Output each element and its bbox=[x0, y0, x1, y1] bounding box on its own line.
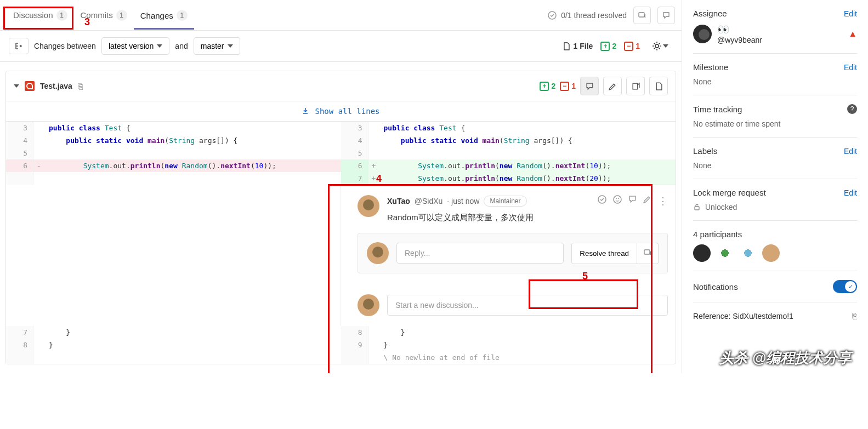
code-line bbox=[44, 172, 341, 185]
edit-milestone-button[interactable]: Edit bbox=[844, 63, 857, 72]
external-icon bbox=[632, 82, 640, 90]
file-additions: + 2 bbox=[540, 82, 555, 91]
resolve-thread-button[interactable]: Resolve thread bbox=[571, 243, 637, 264]
edit-file-button[interactable] bbox=[603, 77, 622, 95]
code-line: System.out.println(new Random().nextInt(… bbox=[379, 172, 676, 185]
annotation-number: 5 bbox=[582, 271, 588, 282]
file-header: Test.java ⎘ + 2 − 1 bbox=[6, 71, 676, 101]
discussion-thread: XuTao @SidXu · just now Maintainer bbox=[341, 185, 676, 283]
plus-icon: + bbox=[540, 82, 549, 91]
tab-label: Changes bbox=[140, 11, 173, 20]
collapse-icon[interactable] bbox=[14, 84, 19, 88]
time-tracking-value: No estimate or time spent bbox=[693, 119, 857, 128]
labels-title: Labels bbox=[693, 146, 717, 156]
comment-handle[interactable]: @SidXu bbox=[415, 197, 443, 205]
tab-label: Discussion bbox=[13, 10, 53, 20]
tab-count: 1 bbox=[116, 10, 127, 21]
file-name: Test.java bbox=[40, 82, 72, 90]
expand-threads-button[interactable] bbox=[633, 7, 651, 24]
participants-row bbox=[693, 244, 857, 262]
minus-icon: − bbox=[624, 42, 633, 51]
avatar[interactable] bbox=[358, 294, 379, 316]
watermark: 头杀 @编程技术分享 bbox=[719, 348, 852, 368]
expand-icon bbox=[302, 107, 309, 115]
edit-icon[interactable] bbox=[643, 195, 651, 207]
new-thread-icon bbox=[638, 12, 646, 19]
diff-settings-button[interactable] bbox=[648, 39, 673, 53]
annotation-number: 3 bbox=[84, 16, 90, 28]
edit-assignee-button[interactable]: Edit bbox=[844, 9, 857, 18]
file-diff-block: Test.java ⎘ + 2 − 1 bbox=[5, 71, 676, 364]
comment-icon bbox=[662, 12, 670, 19]
copy-reference-icon[interactable]: ⎘ bbox=[852, 311, 857, 321]
milestone-value: None bbox=[693, 77, 857, 86]
tab-commits[interactable]: Commits 1 bbox=[74, 1, 134, 30]
avatar[interactable] bbox=[358, 195, 379, 217]
role-badge: Maintainer bbox=[484, 196, 526, 207]
participant-avatar[interactable] bbox=[762, 244, 780, 262]
external-button[interactable] bbox=[626, 77, 645, 95]
comment-icon bbox=[586, 82, 594, 90]
target-select[interactable]: master bbox=[194, 37, 240, 55]
tab-changes[interactable]: Changes 1 bbox=[134, 1, 194, 30]
comment-author[interactable]: XuTao bbox=[387, 197, 410, 205]
version-select[interactable]: latest version bbox=[101, 37, 169, 55]
minus-icon: − bbox=[560, 82, 569, 91]
code-line: } bbox=[379, 326, 676, 339]
show-all-lines-button[interactable]: Show all lines bbox=[6, 101, 676, 122]
comment-time: · just now bbox=[447, 197, 479, 205]
more-icon[interactable]: ⋮ bbox=[658, 195, 668, 207]
code-line bbox=[379, 147, 676, 159]
new-discussion-input[interactable]: Start a new discussion... bbox=[387, 295, 668, 316]
java-file-icon bbox=[25, 81, 35, 91]
additions-count: + 2 bbox=[600, 42, 616, 51]
edit-lock-button[interactable]: Edit bbox=[844, 188, 857, 197]
comment-toggle-button[interactable] bbox=[580, 77, 599, 95]
assignee-handle[interactable]: @wyv9beanr bbox=[717, 36, 762, 44]
reply-input[interactable]: Reply... bbox=[396, 243, 564, 264]
participant-avatar[interactable] bbox=[739, 244, 757, 262]
copy-path-icon[interactable]: ⎘ bbox=[78, 82, 83, 91]
file-tree-toggle[interactable] bbox=[9, 38, 29, 54]
reply-icon[interactable] bbox=[628, 195, 637, 207]
plus-icon: + bbox=[600, 42, 610, 51]
view-file-button[interactable] bbox=[649, 77, 668, 95]
code-line: } bbox=[379, 339, 676, 351]
lock-title: Lock merge request bbox=[693, 188, 766, 197]
file-icon bbox=[655, 82, 663, 90]
file-deletions: − 1 bbox=[560, 82, 576, 91]
help-icon[interactable]: ? bbox=[847, 104, 857, 114]
edit-labels-button[interactable]: Edit bbox=[844, 147, 857, 156]
avatar[interactable] bbox=[693, 25, 712, 43]
emoji-icon[interactable] bbox=[613, 195, 622, 207]
resolve-dropdown-button[interactable] bbox=[637, 243, 659, 264]
unlock-icon bbox=[693, 203, 701, 211]
code-line: public static void main(String args[]) { bbox=[379, 134, 676, 147]
reference-text: Reference: SidXu/testdemo!1 bbox=[693, 312, 793, 321]
resolve-icon[interactable] bbox=[598, 195, 606, 207]
notifications-toggle[interactable] bbox=[833, 280, 857, 293]
notifications-title: Notifications bbox=[693, 282, 738, 291]
participant-avatar[interactable] bbox=[716, 244, 734, 262]
gear-icon bbox=[652, 41, 662, 51]
assignee-title: Assignee bbox=[693, 9, 727, 18]
thread-status: 0/1 thread resolved bbox=[548, 11, 627, 20]
diff-content-tail: 7 } 8 } 8} 9} \ No newline at end of fil… bbox=[6, 326, 676, 364]
tab-discussion[interactable]: Discussion 1 bbox=[7, 1, 74, 30]
diff-content: 3public class Test { 3public class Test … bbox=[6, 122, 676, 185]
changes-between-label: Changes between bbox=[34, 42, 96, 50]
chevron-down-icon bbox=[228, 44, 233, 48]
avatar[interactable] bbox=[367, 242, 389, 264]
svg-point-2 bbox=[655, 44, 659, 48]
code-line: public static void main(String args[]) { bbox=[44, 134, 341, 147]
tree-icon bbox=[15, 42, 22, 50]
chevron-down-icon bbox=[157, 44, 162, 48]
time-tracking-title: Time tracking bbox=[693, 105, 742, 114]
participant-avatar[interactable] bbox=[693, 244, 711, 262]
and-label: and bbox=[175, 42, 188, 50]
warning-icon: ▲ bbox=[848, 29, 857, 39]
tab-count: 1 bbox=[177, 10, 188, 21]
comment-view-button[interactable] bbox=[657, 7, 675, 24]
svg-rect-3 bbox=[633, 83, 638, 89]
diff-toolbar: Changes between latest version and maste… bbox=[0, 31, 682, 62]
